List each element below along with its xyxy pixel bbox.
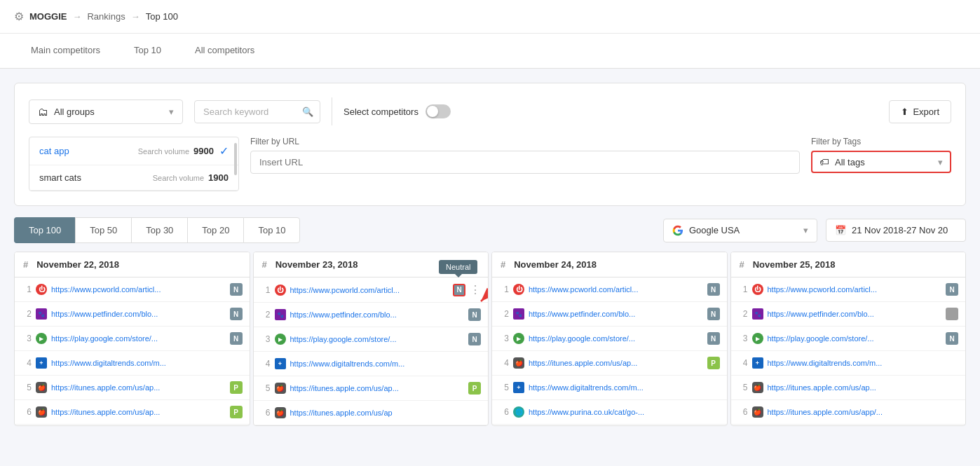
- url-1-5[interactable]: https://itunes.apple.com/us/ap...: [51, 383, 226, 392]
- competitors-toggle-wrap: Select competitors: [343, 104, 451, 118]
- topn-50[interactable]: Top 50: [75, 217, 131, 243]
- badge-empty-4-6: [946, 406, 958, 418]
- ranking-row: 2 🐾 https://www.petfinder.com/blo...: [731, 302, 966, 327]
- fav-apple-3: 🍎: [513, 357, 524, 369]
- url-1-2[interactable]: https://www.petfinder.com/blo...: [51, 310, 226, 318]
- topn-20[interactable]: Top 20: [187, 217, 243, 243]
- badge-empty-1-4: [230, 357, 243, 369]
- toggle-switch[interactable]: [426, 104, 451, 118]
- url-3-6[interactable]: https://www.purina.co.uk/cat/go-...: [529, 408, 703, 416]
- ranking-row: 1 ⏻ https://www.pcworld.com/articl... N: [492, 277, 727, 302]
- badge-n-4-1: N: [946, 283, 958, 296]
- url-4-1[interactable]: https://www.pcworld.com/articl...: [768, 285, 942, 294]
- badge-n-3-1: N: [707, 283, 720, 296]
- url-3-1[interactable]: https://www.pcworld.com/articl...: [529, 285, 703, 294]
- url-input[interactable]: [250, 151, 800, 174]
- ranking-row: 6 🌐 https://www.purina.co.uk/cat/go-...: [492, 400, 727, 425]
- url-2-3[interactable]: https://play.google.com/store/...: [290, 335, 465, 343]
- fav-petfinder-4: 🐾: [752, 308, 763, 320]
- col-header-3: # November 24, 2018: [492, 252, 727, 277]
- url-3-2[interactable]: https://www.petfinder.com/blo...: [529, 310, 703, 318]
- date-select[interactable]: 📅 21 Nov 2018-27 Nov 20: [826, 219, 966, 242]
- url-3-3[interactable]: https://play.google.com/store/...: [529, 334, 703, 343]
- topn-100[interactable]: Top 100: [14, 217, 75, 243]
- fav-globe-3: 🌐: [513, 406, 524, 418]
- ranking-row: 2 🐾 https://www.petfinder.com/blo... N: [492, 302, 727, 327]
- fav-apple2-2: 🍎: [275, 407, 286, 418]
- export-button[interactable]: ⬆ Export: [889, 100, 951, 123]
- url-1-6[interactable]: https://itunes.apple.com/us/ap...: [51, 408, 226, 416]
- search-input[interactable]: [194, 100, 320, 123]
- badge-p-3-4: P: [707, 357, 720, 369]
- nav-rankings[interactable]: Rankings: [87, 11, 125, 22]
- tab-all-competitors[interactable]: All competitors: [178, 34, 271, 68]
- url-4-4[interactable]: https://www.digitaltrends.com/m...: [768, 359, 942, 367]
- badge-n-1-3: N: [230, 332, 243, 345]
- url-2-6[interactable]: https://itunes.apple.com/us/ap: [290, 409, 465, 417]
- nav-current: Top 100: [146, 11, 178, 22]
- url-2-5[interactable]: https://itunes.apple.com/us/ap...: [290, 384, 465, 392]
- tab-main-competitors[interactable]: Main competitors: [14, 34, 117, 68]
- fav-dt-2: +: [275, 358, 286, 369]
- url-1-1[interactable]: https://www.pcworld.com/articl...: [51, 285, 226, 294]
- url-4-6[interactable]: https://itunes.apple.com/us/app/...: [768, 408, 942, 416]
- keyword-vol-label-2: Search volume: [153, 174, 204, 182]
- fav-petfinder-2: 🐾: [275, 309, 286, 320]
- badge-empty-4-4: [946, 357, 958, 369]
- ranking-row-2-1: 1 ⏻ https://www.pcworld.com/articl... Ne…: [254, 277, 489, 303]
- keyword-check-1: ✓: [219, 144, 229, 158]
- ranking-row: 1 ⏻ https://www.pcworld.com/articl... N: [731, 277, 966, 302]
- fav-pcworld-4: ⏻: [752, 284, 763, 295]
- tab-top-10[interactable]: Top 10: [117, 34, 178, 68]
- fav-dt-3: +: [513, 382, 524, 393]
- ranking-row: 3 ▶ https://play.google.com/store/... N: [731, 327, 966, 351]
- topn-10[interactable]: Top 10: [243, 217, 300, 243]
- badge-empty-2-6: [468, 406, 481, 419]
- fav-play-2: ▶: [275, 334, 286, 345]
- competitors-label: Select competitors: [343, 107, 418, 117]
- tooltip-neutral: Neutral N: [453, 284, 465, 296]
- ranking-row: 3 ▶ https://play.google.com/store/... N: [492, 327, 727, 351]
- ranking-row: 5 🍎 https://itunes.apple.com/us/ap... P: [254, 376, 489, 401]
- tags-select[interactable]: 🏷 All tags ▾: [811, 151, 951, 173]
- tooltip-box: Neutral: [439, 260, 477, 274]
- keyword-row-2[interactable]: smart cats Search volume 1900: [29, 165, 238, 191]
- ranking-row: 1 ⏻ https://www.pcworld.com/articl... N: [15, 277, 250, 302]
- url-1-4[interactable]: https://www.digitaltrends.com/m...: [51, 359, 226, 367]
- tags-chevron: ▾: [938, 157, 943, 167]
- badge-p-2-5: P: [468, 382, 481, 395]
- fav-pcworld-3: ⏻: [513, 284, 524, 295]
- url-2-2[interactable]: https://www.petfinder.com/blo...: [290, 310, 465, 319]
- keyword-row-1[interactable]: cat app Search volume 9900 ✓: [29, 137, 238, 165]
- url-filter-label: Filter by URL: [250, 137, 800, 146]
- fav-pcworld-1: ⏻: [36, 284, 47, 295]
- more-dots-icon[interactable]: ⋮: [470, 283, 481, 296]
- url-3-4[interactable]: https://itunes.apple.com/us/ap...: [529, 359, 703, 367]
- rankings-area: # November 22, 2018 1 ⏻ https://www.pcwo…: [14, 252, 966, 426]
- url-1-3[interactable]: https://play.google.com/store/...: [51, 334, 226, 343]
- keyword-name-2: smart cats: [39, 172, 153, 183]
- keyword-vol-2: 1900: [208, 172, 229, 183]
- nav-arrow-2: →: [131, 11, 140, 22]
- export-icon: ⬆: [901, 107, 908, 117]
- url-4-3[interactable]: https://play.google.com/store/...: [768, 334, 942, 343]
- ranking-row: 3 ▶ https://play.google.com/store/... N: [15, 327, 250, 351]
- ranking-row: 6 🍎 https://itunes.apple.com/us/ap... P: [15, 400, 250, 425]
- topn-30[interactable]: Top 30: [131, 217, 187, 243]
- keyword-vol-1: 9900: [193, 146, 214, 156]
- fav-apple-2: 🍎: [275, 383, 286, 394]
- groups-select[interactable]: 🗂 All groups ▾: [29, 100, 183, 124]
- ranking-col-3: # November 24, 2018 1 ⏻ https://www.pcwo…: [491, 252, 728, 426]
- ranking-row: 6 🍎 https://itunes.apple.com/us/ap: [254, 401, 489, 425]
- url-2-1[interactable]: https://www.pcworld.com/articl...: [290, 286, 449, 294]
- url-4-2[interactable]: https://www.petfinder.com/blo...: [768, 310, 942, 318]
- google-select[interactable]: Google USA ▾: [663, 219, 817, 242]
- url-2-4[interactable]: https://www.digitaltrends.com/m...: [290, 359, 465, 368]
- url-3-5[interactable]: https://www.digitaltrends.com/m...: [529, 383, 703, 392]
- topn-bar: Top 100 Top 50 Top 30 Top 20 Top 10: [14, 217, 966, 243]
- url-4-5[interactable]: https://itunes.apple.com/us/ap...: [768, 383, 942, 392]
- fav-apple-4: 🍎: [752, 382, 763, 393]
- ranking-row: 4 + https://www.digitaltrends.com/m...: [15, 351, 250, 376]
- badge-n-4-3: N: [946, 332, 958, 345]
- badge-empty-3-6: [707, 406, 720, 418]
